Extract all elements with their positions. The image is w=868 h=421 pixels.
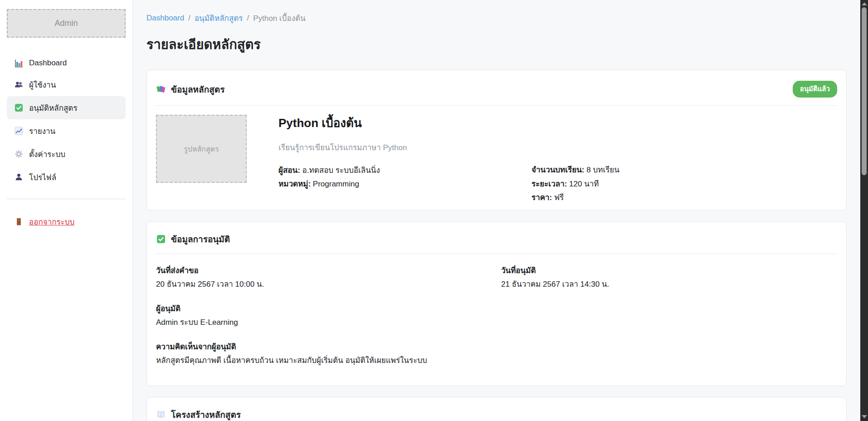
admin-logo-placeholder: Admin (7, 9, 126, 38)
scroll-down-arrow-icon[interactable] (862, 415, 867, 418)
scroll-up-arrow-icon[interactable] (862, 2, 867, 5)
approver-comment-value: หลักสูตรมีคุณภาพดี เนื้อหาครบถ้วน เหมาะส… (156, 355, 837, 367)
sidebar-nav: Dashboard ผู้ใช้งาน (7, 53, 126, 189)
duration-value: 120 นาที (569, 180, 599, 188)
approve-date-label: วันที่อนุมัติ (501, 265, 837, 277)
duration-label: ระยะเวลา: (532, 180, 567, 188)
sidebar: Admin Dashboard (0, 0, 133, 421)
approval-info-card: ข้อมูลการอนุมัติ วันที่ส่งคำขอ 20 ธันวาค… (146, 221, 847, 386)
users-icon (14, 80, 23, 89)
course-duration-row: ระยะเวลา: 120 นาที (532, 179, 837, 190)
card-title: ข้อมูลหลักสูตร (171, 83, 224, 96)
approver-label: ผู้อนุมัติ (156, 303, 837, 315)
sidebar-item-reports[interactable]: รายงาน (7, 119, 126, 142)
sidebar-item-users[interactable]: ผู้ใช้งาน (7, 73, 126, 96)
course-structure-card-header: โครงสร้างหลักสูตร (147, 397, 846, 421)
report-chart-icon (14, 127, 23, 136)
price-value: ฟรี (554, 193, 564, 202)
price-label: ราคา: (532, 193, 552, 202)
logout-link[interactable]: ออกจากระบบ (7, 211, 126, 232)
course-title: Python เบื้องต้น (278, 116, 532, 131)
course-lessons-row: จำนวนบทเรียน: 8 บทเรียน (532, 165, 837, 176)
books-icon (156, 84, 166, 94)
scrollbar-thumb[interactable] (862, 7, 867, 175)
approver-field: ผู้อนุมัติ Admin ระบบ E-Learning (156, 303, 837, 328)
course-subtitle: เรียนรู้การเขียนโปรแกรมภาษา Python (278, 141, 532, 153)
sidebar-item-label: ตั้งค่าระบบ (29, 148, 65, 160)
gear-icon (14, 150, 23, 159)
course-side-column: จำนวนบทเรียน: 8 บทเรียน ระยะเวลา: 120 นา… (532, 115, 837, 206)
status-badge: อนุมัติแล้ว (793, 81, 837, 98)
breadcrumb-separator: / (188, 14, 190, 23)
page-title: รายละเอียดหลักสูตร (146, 34, 847, 55)
sidebar-item-course-approval[interactable]: อนุมัติหลักสูตร (7, 96, 126, 119)
instructor-value: อ.ทดสอบ ระบบอีเลินนิ่ง (302, 166, 380, 175)
person-icon (14, 173, 23, 182)
approver-comment-label: ความคิดเห็นจากผู้อนุมัติ (156, 341, 837, 353)
breadcrumb-link-dashboard[interactable]: Dashboard (146, 14, 184, 23)
dashboard-icon (14, 59, 23, 68)
lessons-value: 8 บทเรียน (586, 166, 619, 174)
request-date-field: วันที่ส่งคำขอ 20 ธันวาคม 2567 เวลา 10:00… (156, 265, 492, 290)
breadcrumb: Dashboard / อนุมัติหลักสูตร / Python เบื… (146, 12, 847, 24)
approve-date-value: 21 ธันวาคม 2567 เวลา 14:30 น. (501, 279, 837, 290)
card-title: ข้อมูลการอนุมัติ (171, 232, 230, 246)
sidebar-item-label: Dashboard (29, 59, 67, 68)
course-structure-card: โครงสร้างหลักสูตร (146, 397, 847, 421)
course-info-card-header: ข้อมูลหลักสูตร อนุมัติแล้ว (147, 70, 846, 105)
check-icon (156, 234, 166, 244)
course-info-body: รูปหลักสูตร Python เบื้องต้น เรียนรู้การ… (147, 106, 846, 210)
course-info-card: ข้อมูลหลักสูตร อนุมัติแล้ว รูปหลักสูตร P… (146, 70, 847, 210)
breadcrumb-current: Python เบื้องต้น (253, 12, 305, 24)
course-image-placeholder: รูปหลักสูตร (156, 115, 247, 183)
instructor-label: ผู้สอน: (278, 166, 300, 175)
app-root: Admin Dashboard (0, 0, 868, 421)
sidebar-item-label: รายงาน (29, 125, 55, 137)
breadcrumb-link-course-approval[interactable]: อนุมัติหลักสูตร (195, 12, 243, 24)
sidebar-item-label: ผู้ใช้งาน (29, 78, 56, 91)
lessons-label: จำนวนบทเรียน: (532, 166, 584, 174)
sidebar-item-label: โปรไฟล์ (29, 171, 56, 183)
door-icon (14, 217, 23, 226)
request-date-label: วันที่ส่งคำขอ (156, 265, 492, 277)
request-date-value: 20 ธันวาคม 2567 เวลา 10:00 น. (156, 279, 492, 290)
brand-label: Admin (54, 19, 78, 28)
sidebar-item-label: อนุมัติหลักสูตร (29, 102, 78, 114)
vertical-scrollbar[interactable] (860, 0, 868, 421)
breadcrumb-separator: / (247, 14, 249, 23)
course-price-row: ราคา: ฟรี (532, 192, 837, 204)
main-content: Dashboard / อนุมัติหลักสูตร / Python เบื… (133, 0, 868, 421)
approve-check-icon (14, 103, 23, 113)
approver-comment-field: ความคิดเห็นจากผู้อนุมัติ หลักสูตรมีคุณภา… (156, 341, 837, 367)
approve-date-field: วันที่อนุมัติ 21 ธันวาคม 2567 เวลา 14:30… (501, 265, 837, 290)
category-value: Programming (313, 180, 359, 188)
course-instructor-row: ผู้สอน: อ.ทดสอบ ระบบอีเลินนิ่ง (278, 165, 532, 176)
approval-info-body: วันที่ส่งคำขอ 20 ธันวาคม 2567 เวลา 10:00… (147, 254, 846, 386)
sidebar-divider (7, 199, 126, 199)
approver-value: Admin ระบบ E-Learning (156, 317, 837, 328)
course-category-row: หมวดหมู่: Programming (278, 179, 532, 190)
sidebar-item-profile[interactable]: โปรไฟล์ (7, 166, 126, 189)
card-title: โครงสร้างหลักสูตร (171, 408, 241, 421)
course-image-placeholder-label: รูปหลักสูตร (184, 143, 219, 155)
open-book-icon (156, 410, 166, 420)
logout-label: ออกจากระบบ (29, 215, 74, 228)
course-main-column: Python เบื้องต้น เรียนรู้การเขียนโปรแกรม… (278, 115, 532, 206)
category-label: หมวดหมู่: (278, 180, 311, 188)
approval-info-card-header: ข้อมูลการอนุมัติ (147, 222, 846, 254)
sidebar-item-dashboard[interactable]: Dashboard (7, 53, 126, 73)
sidebar-item-settings[interactable]: ตั้งค่าระบบ (7, 142, 126, 166)
